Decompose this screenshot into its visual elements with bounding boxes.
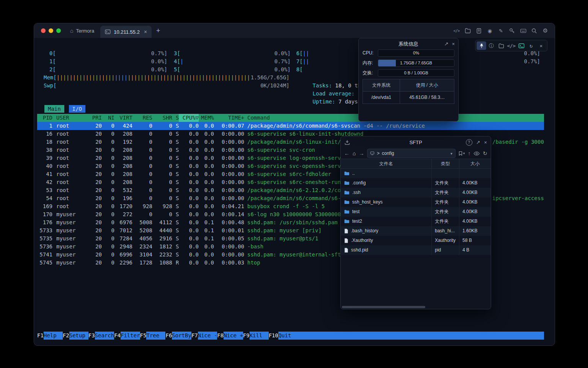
- highlight-icon[interactable]: ✎: [498, 28, 504, 34]
- sftp-folder-icon[interactable]: [464, 28, 471, 34]
- sftp-file-row[interactable]: .ssh文件夹4.00KB: [341, 188, 491, 197]
- sftp-file-row[interactable]: test2文件夹4.00KB: [341, 217, 491, 226]
- system-info-panel: 系统信息 ↗ × CPU: 0% 内存: 1.75GB / 7.65GB: [358, 38, 459, 122]
- close-window-button[interactable]: [41, 28, 46, 33]
- macro-record-icon[interactable]: ◉: [487, 28, 493, 34]
- new-tab-button[interactable]: +: [156, 27, 160, 34]
- fn-label-F10[interactable]: Quit: [278, 332, 297, 340]
- column-header-pid[interactable]: PID: [37, 114, 52, 122]
- htop-tab-main[interactable]: Main: [44, 105, 64, 113]
- column-header-cpu[interactable]: CPU%▽: [179, 114, 199, 122]
- terminal-icon[interactable]: [516, 41, 526, 50]
- fn-label-F9[interactable]: Kill: [250, 332, 269, 340]
- fn-key-F5: F5: [140, 332, 147, 340]
- sftp-file-row[interactable]: ssh_host_keys文件夹4.00KB: [341, 197, 491, 207]
- column-header-ni[interactable]: NI: [102, 114, 114, 122]
- tab-termora[interactable]: ⌂ Termora: [70, 28, 94, 34]
- memory-usage-row: 内存: 1.75GB / 7.65GB: [359, 59, 458, 67]
- column-header-pri[interactable]: PRI: [90, 114, 102, 122]
- close-icon[interactable]: ×: [452, 40, 455, 48]
- sftp-titlebar: SFTP ? ↗ ×: [341, 136, 491, 148]
- keyboard-icon[interactable]: [520, 28, 526, 34]
- popout-icon[interactable]: ↗: [444, 40, 449, 48]
- refresh-icon[interactable]: ↻: [483, 151, 487, 156]
- fs-row[interactable]: /dev/vda1 45.61GB / 58.3…: [363, 92, 454, 104]
- close-icon[interactable]: ×: [484, 138, 487, 146]
- fnbar: F1HelpF2SetupF3SearchF4FilterF5TreeF6Sor…: [37, 332, 544, 340]
- search-icon[interactable]: [531, 28, 537, 34]
- pin-icon[interactable]: [477, 41, 486, 50]
- back-icon[interactable]: ←: [344, 151, 350, 156]
- sftp-column-header-2[interactable]: 大小: [459, 159, 491, 168]
- fn-label-F2[interactable]: Setup: [69, 332, 88, 340]
- home-icon[interactable]: ⌂: [353, 151, 356, 156]
- process-row[interactable]: 1root20042400S0.00.00:00.07/package/admi…: [37, 122, 544, 130]
- fn-label-F8[interactable]: Nice +: [224, 332, 243, 340]
- chevron-down-icon[interactable]: ▾: [451, 150, 452, 158]
- column-header-user[interactable]: USER: [52, 114, 90, 122]
- column-header-mem[interactable]: MEM%: [199, 114, 214, 122]
- sftp-file-row[interactable]: .config文件夹4.00KB: [341, 178, 491, 188]
- column-header-time[interactable]: TIME+: [214, 114, 244, 122]
- file-size: [459, 169, 491, 178]
- zoom-window-button[interactable]: [56, 28, 61, 33]
- system-info-titlebar: 系统信息 ↗ ×: [359, 38, 458, 49]
- column-header-res[interactable]: RES: [132, 114, 152, 122]
- horizontal-scrollbar[interactable]: [341, 305, 491, 309]
- popout-icon[interactable]: ↗: [476, 138, 480, 146]
- column-header-shr[interactable]: SHR: [152, 114, 172, 122]
- sftp-file-row[interactable]: .XauthorityXauthority58 B: [341, 236, 491, 245]
- close-tab-icon[interactable]: ×: [144, 29, 147, 35]
- folder-icon[interactable]: [497, 41, 506, 50]
- sftp-column-header-0[interactable]: 文件名: [341, 159, 431, 168]
- upload-icon[interactable]: ↑: [468, 151, 470, 156]
- show-hidden-eye-icon[interactable]: [474, 151, 480, 156]
- close-icon[interactable]: ×: [536, 41, 546, 50]
- sftp-file-row[interactable]: ..: [341, 169, 491, 178]
- refresh-icon[interactable]: ↻: [526, 41, 536, 50]
- file-name: test2: [352, 217, 362, 225]
- fn-label-F7[interactable]: Nice -: [198, 332, 217, 340]
- fn-label-F1[interactable]: Help: [44, 332, 63, 340]
- tab-termora-label: Termora: [76, 28, 94, 34]
- file-name: .Xauthority: [351, 237, 373, 245]
- info-icon[interactable]: ⓘ: [487, 41, 496, 50]
- fn-label-F6[interactable]: SortBy: [172, 332, 191, 340]
- key-manager-icon[interactable]: [509, 28, 515, 34]
- snippet-icon[interactable]: </>: [453, 28, 460, 34]
- htop-tab-io[interactable]: I/O: [69, 105, 85, 113]
- file-type: bash_hi...: [431, 226, 459, 236]
- sftp-toolbar: ← ⌂ → > config ▾ ▾ ↑: [341, 148, 491, 159]
- terminal[interactable]: Mem[ |||||||||||||||||||||||||||||||||||…: [34, 38, 555, 345]
- forward-icon[interactable]: →: [359, 151, 364, 156]
- folder-icon: [344, 210, 350, 214]
- minimize-window-button[interactable]: [49, 28, 53, 33]
- help-icon[interactable]: ?: [466, 139, 472, 146]
- fn-label-F4[interactable]: Filter: [121, 332, 140, 340]
- fn-label-F5[interactable]: Tree: [146, 332, 165, 340]
- fn-label-F3[interactable]: Search: [95, 332, 114, 340]
- fs-col-header: 使用 / 大小: [400, 79, 454, 91]
- sftp-file-row[interactable]: sshd.pidpid4 B: [341, 245, 491, 255]
- code-icon[interactable]: </>: [506, 41, 516, 50]
- swap-usage-row: 交换: 0 B / 1.00GB: [359, 69, 458, 77]
- bookmark-icon[interactable]: ▾: [459, 150, 465, 158]
- sftp-window: SFTP ? ↗ × ← ⌂ → > config ▾: [340, 136, 491, 309]
- tab-session[interactable]: 10.211.55.2 ×: [100, 26, 152, 38]
- sftp-column-header-1[interactable]: 类型: [431, 159, 459, 168]
- sftp-file-row[interactable]: .bash_historybash_hi...1.60KB: [341, 226, 491, 236]
- sftp-file-row[interactable]: test文件夹4.00KB: [341, 207, 491, 217]
- column-header-virt[interactable]: VIRT: [114, 114, 132, 122]
- path-breadcrumb[interactable]: > config ▾: [367, 149, 455, 158]
- floating-toolbar: ⓘ </> ↻ ×: [475, 40, 547, 51]
- log-icon[interactable]: [475, 28, 482, 34]
- settings-icon[interactable]: ⚙: [542, 28, 549, 34]
- swap-usage-bar: 0 B / 1.00GB: [378, 69, 454, 77]
- column-header-s[interactable]: S: [172, 114, 179, 122]
- cpu-meter-4: 4[|0.7%]: [174, 58, 291, 66]
- chevron-down-icon: ▾: [463, 150, 465, 158]
- sftp-header: 文件名类型大小: [341, 159, 491, 169]
- cpu-usage-bar: 0%: [378, 49, 454, 57]
- app-window: ⌂ Termora 10.211.55.2 × + </> ◉ ✎: [34, 23, 555, 346]
- scrollbar-thumb[interactable]: [342, 306, 425, 308]
